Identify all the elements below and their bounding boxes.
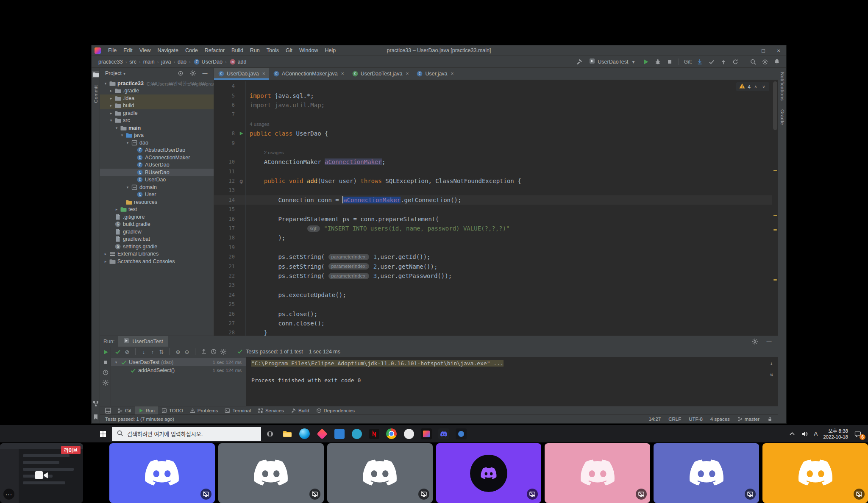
status-item-14-27[interactable]: 14:27 <box>648 417 661 422</box>
menu-help[interactable]: Help <box>321 45 339 56</box>
run-gutter[interactable] <box>237 130 245 137</box>
chevron-down-icon[interactable]: ▾ <box>108 118 114 122</box>
tab-close-icon[interactable]: × <box>451 71 454 77</box>
structure-tool-button[interactable] <box>92 400 99 407</box>
play-icon[interactable] <box>102 349 109 356</box>
project-tool-button[interactable] <box>92 71 99 78</box>
maximize-button[interactable]: □ <box>756 45 771 56</box>
taskbar-netflix-button[interactable] <box>365 425 383 442</box>
tree-item-settings-gradle[interactable]: Gsettings.gradle <box>100 243 214 250</box>
volume-icon[interactable] <box>801 430 809 437</box>
minimize-button[interactable]: — <box>740 45 756 56</box>
commit-tool-button[interactable]: Commit <box>93 85 98 103</box>
breadcrumb-dao[interactable]: dao <box>177 59 187 65</box>
breadcrumb-src[interactable]: src <box>128 59 137 65</box>
participant-tile-4[interactable] <box>436 443 542 503</box>
bookmarks-tool-button[interactable] <box>92 413 99 420</box>
participant-tile-5[interactable] <box>545 443 650 503</box>
menu-file[interactable]: File <box>105 45 120 56</box>
menu-tools[interactable]: Tools <box>263 45 282 56</box>
chevron-down-icon[interactable]: ▾ <box>125 141 131 145</box>
tree-item-domain[interactable]: ▾domain <box>100 183 214 191</box>
tree-item-build[interactable]: ▸build <box>100 102 214 110</box>
tool-window-button-services[interactable]: Services <box>254 406 287 414</box>
participant-tile-6[interactable] <box>654 443 759 503</box>
run-configuration-select[interactable]: UserDaoTest ▾ <box>586 57 639 67</box>
tree-item-resources[interactable]: resources <box>100 198 214 206</box>
breadcrumb-practice33[interactable]: practice33 <box>97 59 124 65</box>
more-options-button[interactable]: ··· <box>3 489 14 500</box>
tree-item-user[interactable]: CUser <box>100 191 214 199</box>
tree-item-gitignore[interactable]: .gitignore <box>100 213 214 221</box>
hide-panel-button[interactable]: — <box>200 69 210 78</box>
notifications-tool-button[interactable]: Notifications <box>780 72 785 101</box>
test-node-addandselect[interactable]: addAndSelect()1 sec 124 ms <box>111 366 246 374</box>
tool-window-button-dependencies[interactable]: Dependencies <box>313 406 359 414</box>
tool-window-button-problems[interactable]: Problems <box>186 406 222 414</box>
gear-icon[interactable] <box>102 379 109 386</box>
start-button[interactable] <box>94 425 112 442</box>
chevron-down-icon[interactable]: ▾ <box>119 133 125 137</box>
gear-icon[interactable] <box>220 348 227 355</box>
chevron-right-icon[interactable]: ▸ <box>108 96 114 100</box>
tree-item-test[interactable]: ▸test <box>100 206 214 214</box>
participant-tile-3[interactable] <box>327 443 433 503</box>
code-editor[interactable]: 45import java.sql.*;6import java.util.Ma… <box>214 80 778 336</box>
scroll-to-end-icon[interactable]: ↓ <box>768 360 774 367</box>
up-icon[interactable]: ↑ <box>150 348 156 355</box>
status-item-4-spaces[interactable]: 4 spaces <box>710 417 730 422</box>
tree-item-auserdao[interactable]: CAUserDao <box>100 161 214 169</box>
run-button[interactable] <box>641 57 651 67</box>
slash-icon[interactable]: ⊘ <box>124 348 130 355</box>
menu-code[interactable]: Code <box>182 45 201 56</box>
tab-close-icon[interactable]: × <box>341 71 344 77</box>
taskbar-app-light-button[interactable] <box>400 425 417 442</box>
tree-item-java[interactable]: ▾java <box>100 132 214 139</box>
tree-item-gradlew-bat[interactable]: gradlew.bat <box>100 236 214 243</box>
tab-close-icon[interactable]: × <box>406 71 409 77</box>
build-button[interactable] <box>574 57 584 67</box>
tree-item-aconnectionmaker[interactable]: CAConnectionMaker <box>100 154 214 161</box>
taskbar-app-teal-button[interactable] <box>348 425 365 442</box>
ime-indicator[interactable]: A <box>814 431 818 437</box>
tree-item-gradle[interactable]: ▸gradle <box>100 109 214 117</box>
chevron-down-icon[interactable]: ▾ <box>123 71 125 76</box>
next-problem-icon[interactable]: ∨ <box>761 83 767 90</box>
history-icon[interactable] <box>102 369 109 376</box>
chevron-right-icon[interactable]: ▸ <box>103 259 108 264</box>
chevron-right-icon[interactable]: ▸ <box>108 103 114 108</box>
git-update-button[interactable] <box>694 57 705 67</box>
tool-window-button-build[interactable]: Build <box>287 406 313 414</box>
prev-problem-icon[interactable]: ∧ <box>753 83 759 90</box>
playsm-icon[interactable] <box>238 130 245 137</box>
export-icon[interactable] <box>200 348 207 355</box>
chevron-down-icon[interactable]: ▾ <box>114 126 120 130</box>
menu-edit[interactable]: Edit <box>120 45 136 56</box>
editor-tab-userdaotest-java[interactable]: CUserDaoTest.java× <box>348 68 413 80</box>
breadcrumb-main[interactable]: main <box>142 59 156 65</box>
dn-icon[interactable]: ↓ <box>141 348 147 355</box>
select-opened-file-button[interactable] <box>175 69 186 78</box>
git-rollback-button[interactable] <box>730 57 740 67</box>
editor-tab-userdao-java[interactable]: CUserDao.java× <box>214 68 269 80</box>
menu-build[interactable]: Build <box>228 45 247 56</box>
menu-run[interactable]: Run <box>247 45 263 56</box>
editor-tab-user-java[interactable]: CUser.java× <box>412 68 457 80</box>
menu-git[interactable]: Git <box>282 45 296 56</box>
chevron-right-icon[interactable]: ▸ <box>108 111 114 115</box>
menu-navigate[interactable]: Navigate <box>154 45 182 56</box>
taskbar-search-input[interactable]: 검색하려면 여기에 입력하십시오. <box>112 427 261 441</box>
tree-item-dao[interactable]: ▾dao <box>100 139 214 147</box>
git-push-button[interactable] <box>718 57 729 67</box>
chevron-right-icon[interactable]: ▸ <box>103 252 108 256</box>
chevron-down-icon[interactable]: ▾ <box>103 81 108 86</box>
debug-button[interactable] <box>653 57 663 67</box>
participant-tile-1[interactable] <box>109 443 215 503</box>
tree-item-buserdao[interactable]: CBUserDao <box>100 169 214 176</box>
taskbar-toolbox-button[interactable] <box>313 425 331 442</box>
stop-icon[interactable] <box>102 359 109 366</box>
settings-button[interactable] <box>760 57 770 67</box>
status-item-crlf[interactable]: CRLF <box>668 417 681 422</box>
minus-c-icon[interactable]: ⊖ <box>184 348 190 355</box>
tree-item-idea[interactable]: ▸.idea <box>100 94 214 102</box>
